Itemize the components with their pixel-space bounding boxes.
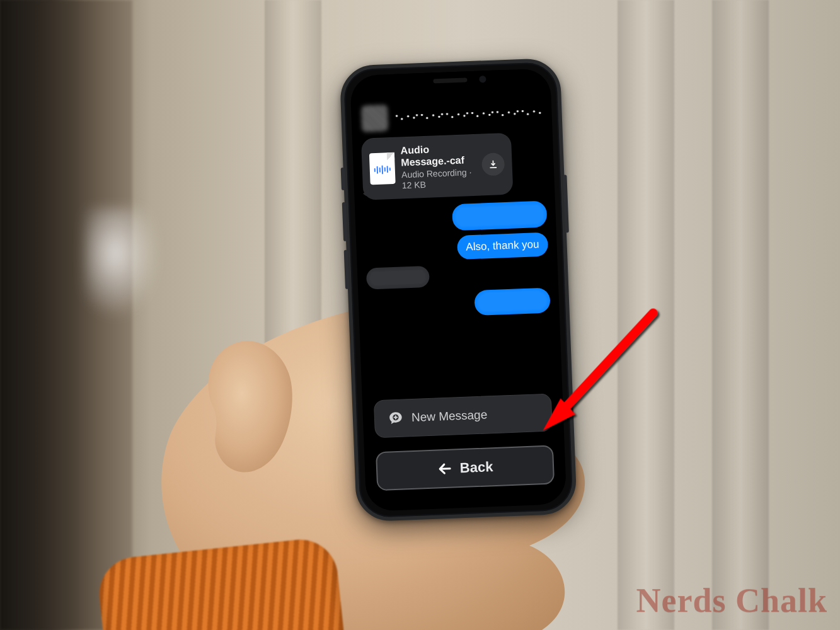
back-button[interactable]: Back bbox=[376, 445, 555, 491]
contact-name-redacted bbox=[394, 104, 542, 126]
window-glow bbox=[85, 208, 161, 321]
side-button-silent bbox=[341, 168, 345, 190]
message-list: Also, thank you bbox=[364, 201, 551, 320]
watermark: Nerds Chalk bbox=[636, 581, 827, 620]
sent-message-text: Also, thank you bbox=[466, 238, 539, 253]
curtain-fold bbox=[618, 0, 674, 630]
received-message-redacted[interactable] bbox=[366, 265, 430, 289]
side-button-vol-down bbox=[344, 250, 349, 289]
back-label: Back bbox=[459, 459, 493, 476]
audio-title: Audio Message.-caf bbox=[400, 142, 475, 169]
avatar-redacted bbox=[361, 105, 389, 132]
curtain-fold bbox=[265, 0, 321, 630]
audio-text: Audio Message.-caf Audio Recording · 12 … bbox=[400, 142, 476, 191]
sent-message[interactable]: Also, thank you bbox=[457, 232, 549, 260]
sent-message-redacted[interactable] bbox=[474, 287, 550, 316]
bubble-tail bbox=[360, 187, 369, 196]
side-button-vol-up bbox=[342, 202, 347, 241]
new-message-button[interactable]: New Message bbox=[374, 394, 553, 438]
download-icon bbox=[487, 158, 499, 170]
curtain-fold bbox=[712, 0, 769, 630]
download-button[interactable] bbox=[481, 152, 505, 176]
new-message-label: New Message bbox=[411, 408, 488, 425]
arrow-left-icon bbox=[437, 461, 452, 477]
action-area: New Message Back bbox=[371, 389, 558, 500]
phone-frame: Audio Message.-caf Audio Recording · 12 … bbox=[339, 58, 577, 522]
sent-message-redacted[interactable] bbox=[452, 201, 548, 231]
audio-subtitle: Audio Recording · 12 KB bbox=[401, 167, 476, 191]
chat-plus-icon bbox=[387, 410, 404, 427]
messages-app: Audio Message.-caf Audio Recording · 12 … bbox=[350, 68, 567, 512]
audio-attachment-card[interactable]: Audio Message.-caf Audio Recording · 12 … bbox=[361, 133, 514, 200]
audio-file-icon bbox=[369, 152, 396, 185]
conversation-header[interactable] bbox=[361, 99, 542, 132]
phone-screen: Audio Message.-caf Audio Recording · 12 … bbox=[350, 68, 567, 512]
